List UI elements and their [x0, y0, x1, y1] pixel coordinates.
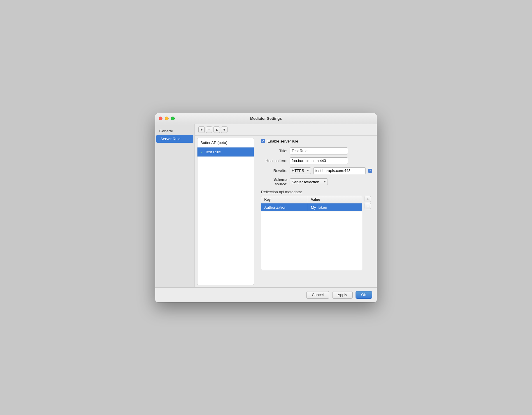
minimize-button[interactable] [165, 117, 169, 120]
move-up-button[interactable]: ▲ [214, 126, 220, 133]
value-cell: My Token [308, 203, 362, 211]
rewrite-row: Rewrite: HTTPS HTTP ▼ ✓ [261, 167, 372, 174]
maximize-button[interactable] [171, 117, 175, 120]
ok-button[interactable]: OK [356, 291, 372, 299]
title-input[interactable] [290, 147, 348, 154]
remove-metadata-button[interactable]: − [365, 203, 371, 209]
enable-checkbox[interactable]: ✓ [261, 139, 265, 143]
butter-api-label: Butter API(beta) [200, 140, 228, 145]
title-label: Title: [261, 149, 287, 153]
content-area: General Server Rule + − ▲ ▼ Butter API(b… [155, 124, 377, 287]
host-pattern-label: Host pattern: [261, 159, 287, 163]
table-header: Key Value [261, 196, 362, 203]
host-pattern-row: Host pattern: [261, 157, 372, 164]
checkmark-icon: ✓ [200, 150, 203, 154]
schema-source-row: Schema source: Server reflection Proto f… [261, 177, 372, 187]
metadata-table: Key Value Authorization My Token [261, 196, 362, 270]
sidebar-item-general[interactable]: General [155, 127, 195, 135]
add-rule-button[interactable]: + [198, 126, 205, 133]
titlebar: Mediator Settings [155, 113, 377, 124]
reflection-meta-label: Reflection api metadata: [261, 190, 372, 194]
value-column-header: Value [308, 196, 362, 203]
key-cell: Authorization [261, 203, 308, 211]
rewrite-enabled-checkbox[interactable]: ✓ [368, 169, 372, 173]
rewrite-host-input[interactable] [313, 167, 366, 174]
test-rule-label: Test Rule [205, 150, 221, 154]
split-area: Butter API(beta) ✓ Test Rule ✓ Enable se… [195, 136, 377, 287]
rewrite-check-icon: ✓ [369, 169, 371, 172]
table-empty-area [261, 212, 362, 270]
table-row[interactable]: Authorization My Token [261, 203, 362, 212]
move-down-button[interactable]: ▼ [221, 126, 228, 133]
rewrite-label: Rewrite: [261, 168, 287, 173]
form-area: ✓ Enable server rule Title: Host pattern… [256, 136, 377, 287]
rewrite-protocol-wrap: HTTPS HTTP ▼ [290, 167, 311, 174]
list-item-butter-api[interactable]: Butter API(beta) [197, 138, 254, 147]
main-window: Mediator Settings General Server Rule + … [155, 113, 377, 302]
close-button[interactable] [159, 117, 162, 120]
cancel-button[interactable]: Cancel [306, 291, 329, 299]
toolbar: + − ▲ ▼ [195, 124, 377, 136]
window-controls [159, 117, 175, 120]
window-title: Mediator Settings [250, 116, 282, 121]
footer: Cancel Apply OK [155, 287, 377, 302]
main-area: + − ▲ ▼ Butter API(beta) ✓ Test Rule [195, 124, 377, 287]
enable-row: ✓ Enable server rule [261, 139, 372, 143]
enable-label: Enable server rule [267, 139, 298, 143]
rule-list: Butter API(beta) ✓ Test Rule [197, 138, 254, 285]
list-item-test-rule[interactable]: ✓ Test Rule [197, 147, 254, 157]
key-column-header: Key [261, 196, 308, 203]
sidebar-item-server-rule[interactable]: Server Rule [156, 135, 193, 143]
schema-source-select[interactable]: Server reflection Proto file [290, 178, 328, 185]
table-actions: + − [365, 196, 371, 209]
schema-source-wrap: Server reflection Proto file ▼ [290, 178, 328, 185]
check-icon: ✓ [262, 140, 264, 143]
schema-source-label: Schema source: [261, 177, 287, 187]
sidebar: General Server Rule [155, 124, 195, 287]
host-pattern-input[interactable] [290, 157, 348, 164]
rewrite-protocol-select[interactable]: HTTPS HTTP [290, 167, 311, 174]
remove-rule-button[interactable]: − [206, 126, 212, 133]
add-metadata-button[interactable]: + [365, 196, 371, 202]
title-row: Title: [261, 147, 372, 154]
metadata-wrap: Key Value Authorization My Token + [261, 196, 362, 270]
apply-button[interactable]: Apply [332, 291, 353, 299]
